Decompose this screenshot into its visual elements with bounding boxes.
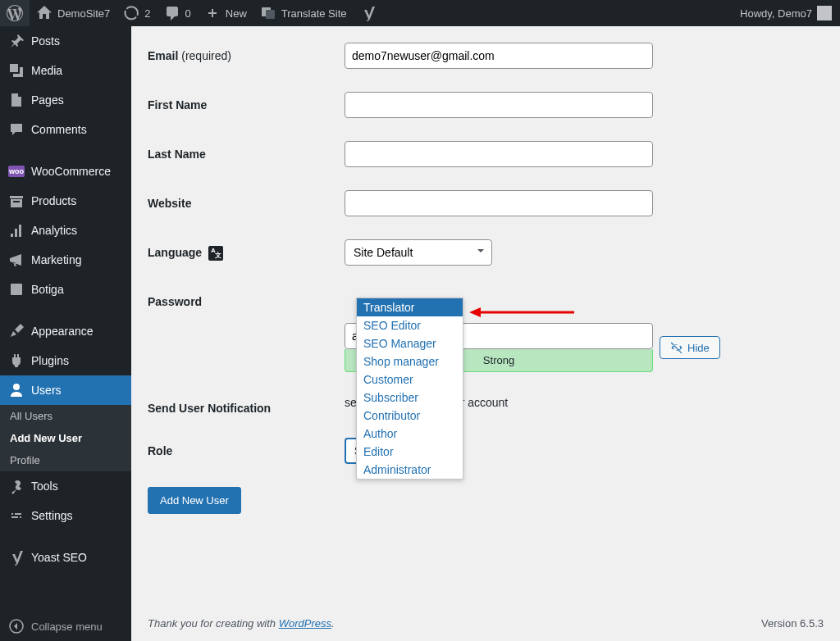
submenu-add-new-user[interactable]: Add New User — [0, 427, 131, 449]
yoast-bar-link[interactable] — [354, 0, 383, 26]
language-icon — [208, 246, 223, 261]
users-submenu: All Users Add New User Profile — [0, 405, 131, 471]
version-label: Version 6.5.3 — [761, 617, 824, 630]
role-dropdown-popup: Translator SEO Editor SEO Manager Shop m… — [356, 298, 463, 480]
language-select[interactable]: Site Default — [345, 239, 492, 266]
collapse-icon — [8, 618, 25, 634]
new-link[interactable]: New — [198, 0, 253, 26]
wordpress-icon — [7, 5, 23, 21]
role-option-administrator[interactable]: Administrator — [357, 461, 463, 479]
hide-password-button[interactable]: Hide — [660, 336, 720, 359]
svg-point-3 — [13, 384, 20, 390]
analytics-icon — [8, 222, 25, 239]
role-option-author[interactable]: Author — [357, 425, 463, 443]
menu-appearance[interactable]: Appearance — [0, 316, 131, 346]
menu-users[interactable]: Users — [0, 375, 131, 405]
menu-products[interactable]: Products — [0, 186, 131, 216]
menu-pages[interactable]: Pages — [0, 85, 131, 115]
website-label: Website — [148, 190, 345, 216]
lastname-input[interactable] — [345, 141, 653, 167]
notification-label: Send User Notification — [148, 395, 345, 415]
role-label: Role — [148, 438, 345, 464]
users-icon — [8, 382, 25, 398]
language-label: Language — [148, 239, 345, 266]
wp-logo[interactable] — [0, 0, 30, 26]
footer: Thank you for creating with WordPress. V… — [131, 606, 840, 641]
woocommerce-icon: woo — [8, 163, 25, 180]
menu-analytics[interactable]: Analytics — [0, 216, 131, 245]
role-option-subscriber[interactable]: Subscriber — [357, 389, 463, 407]
wordpress-link[interactable]: WordPress — [279, 617, 331, 630]
add-new-user-button[interactable]: Add New User — [148, 487, 241, 514]
menu-plugins[interactable]: Plugins — [0, 346, 131, 375]
submenu-all-users[interactable]: All Users — [0, 405, 131, 427]
eye-slash-icon — [670, 341, 683, 354]
comments-link[interactable]: 0 — [158, 0, 198, 26]
email-input[interactable] — [345, 43, 653, 69]
menu-marketing[interactable]: Marketing — [0, 245, 131, 275]
products-icon — [8, 193, 25, 209]
firstname-label: First Name — [148, 92, 345, 118]
role-option-seo-manager[interactable]: SEO Manager — [357, 334, 463, 352]
svg-rect-1 — [266, 10, 275, 19]
botiga-icon — [8, 281, 25, 298]
pages-icon — [8, 92, 25, 108]
yoast-icon — [360, 5, 377, 21]
admin-sidebar: Posts Media Pages Comments wooWooCommerc… — [0, 26, 131, 641]
menu-settings[interactable]: Settings — [0, 501, 131, 530]
main-content: Email (required) First Name Last Name We… — [131, 26, 840, 641]
lastname-label: Last Name — [148, 141, 345, 167]
role-option-translator[interactable]: Translator — [357, 298, 463, 316]
menu-yoast[interactable]: Yoast SEO — [0, 543, 131, 572]
account-area[interactable]: Howdy, Demo7 — [740, 6, 840, 20]
settings-icon — [8, 507, 25, 524]
menu-media[interactable]: Media — [0, 56, 131, 85]
tools-icon — [8, 478, 25, 494]
svg-rect-2 — [11, 284, 22, 295]
comment-icon — [164, 5, 180, 21]
role-option-contributor[interactable]: Contributor — [357, 407, 463, 425]
comments-icon — [8, 121, 25, 138]
avatar — [817, 6, 832, 20]
plus-icon — [204, 5, 221, 21]
marketing-icon — [8, 252, 25, 268]
yoast-menu-icon — [8, 549, 25, 566]
menu-comments[interactable]: Comments — [0, 115, 131, 144]
password-label: Password — [148, 289, 345, 372]
media-icon — [8, 62, 25, 79]
role-option-editor[interactable]: Editor — [357, 443, 463, 461]
website-input[interactable] — [345, 190, 653, 216]
site-link[interactable]: DemoSite7 — [30, 0, 116, 26]
svg-marker-6 — [469, 307, 481, 317]
updates-link[interactable]: 2 — [116, 0, 157, 26]
admin-bar: DemoSite7 2 0 New Translate Site Howdy, … — [0, 0, 840, 26]
translate-link[interactable]: Translate Site — [253, 0, 354, 26]
plugins-icon — [8, 352, 25, 369]
role-option-customer[interactable]: Customer — [357, 371, 463, 389]
submenu-profile[interactable]: Profile — [0, 449, 131, 471]
email-label: Email (required) — [148, 43, 345, 69]
role-option-shop-manager[interactable]: Shop manager — [357, 352, 463, 371]
collapse-menu[interactable]: Collapse menu — [0, 611, 131, 641]
home-icon — [36, 5, 52, 21]
menu-tools[interactable]: Tools — [0, 471, 131, 501]
translate-icon — [260, 5, 276, 21]
menu-botiga[interactable]: Botiga — [0, 275, 131, 304]
updates-icon — [123, 5, 139, 21]
menu-woocommerce[interactable]: wooWooCommerce — [0, 157, 131, 186]
firstname-input[interactable] — [345, 92, 653, 118]
menu-posts[interactable]: Posts — [0, 26, 131, 56]
pushpin-icon — [8, 33, 25, 49]
role-option-seo-editor[interactable]: SEO Editor — [357, 316, 463, 334]
appearance-icon — [8, 323, 25, 339]
annotation-arrow — [469, 306, 574, 322]
